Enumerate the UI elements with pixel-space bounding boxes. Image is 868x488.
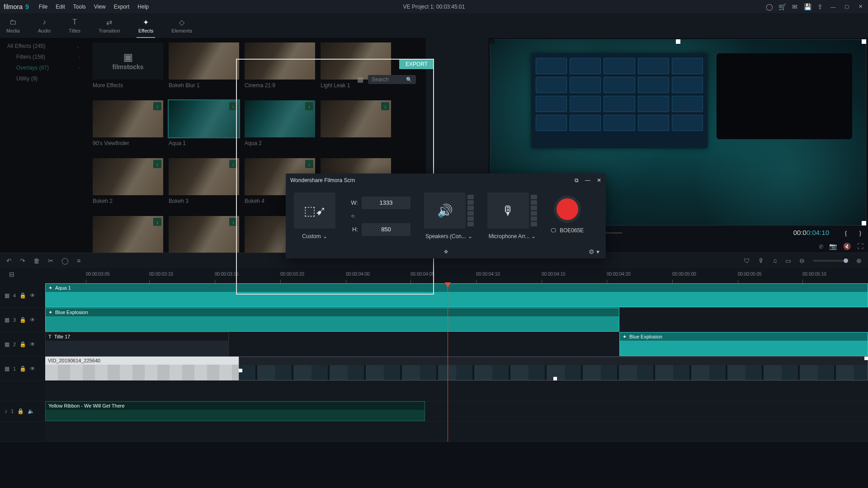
module-audio[interactable]: ♪Audio [35,16,53,35]
delete-button[interactable]: 🗑 [33,257,40,264]
menu-help[interactable]: Help [137,4,149,10]
mark-in-button[interactable]: { [842,230,850,236]
settings-icon[interactable]: ⚙ ▾ [589,248,599,255]
snapshot-icon[interactable]: 📷 [829,243,837,250]
capture-mode-dropdown[interactable]: Custom⌄ [302,233,327,239]
lock-icon[interactable]: 🔒 [19,366,26,372]
effect-card[interactable]: ↓Bokeh 3 [169,158,239,211]
effect-card[interactable]: ↓Bokeh 2 [93,158,163,211]
effect-card[interactable]: ↓ [169,216,239,253]
eye-icon[interactable]: ▦ [5,341,9,347]
undo-button[interactable]: ↶ [6,257,12,264]
mute-icon[interactable]: 🔇 [843,243,851,250]
mixer-icon[interactable]: ♫ [773,257,778,264]
eye-icon[interactable]: ▦ [5,292,9,299]
clip-audio[interactable]: Yellow Ribbon - We Will Get There [45,401,425,421]
download-icon[interactable]: ↓ [305,102,313,110]
track-body[interactable]: ✦Aqua 1 [45,283,868,307]
effect-card[interactable]: ↓Aqua 2 [245,100,315,154]
shield-icon[interactable]: 🛡 [744,257,750,264]
module-transition[interactable]: ⇄Transition [96,16,123,35]
menu-edit[interactable]: Edit [56,4,65,10]
height-input[interactable] [362,223,410,236]
visibility-icon[interactable]: 👁 [30,341,35,347]
effect-card[interactable]: ↓ [321,100,391,154]
split-button[interactable]: ✂ [48,257,53,264]
playhead[interactable] [448,283,448,442]
download-icon[interactable]: ↓ [381,102,389,110]
lock-icon[interactable]: 🔒 [17,408,24,414]
menu-view[interactable]: View [94,4,106,10]
mute-icon[interactable]: 🔈 [28,408,34,414]
render-icon[interactable]: ⎚ [819,243,823,250]
track-body[interactable]: ✦Blue Explosion [45,308,868,332]
capture-region-icon[interactable]: ⬚➹ [294,192,335,229]
microphone-icon[interactable]: 🎙 [487,192,529,229]
eye-icon[interactable]: ▦ [5,366,9,372]
side-overlays[interactable]: Overlays (87)› [1,62,86,73]
note-icon[interactable]: ♪ [5,408,7,414]
eye-icon[interactable]: ▦ [5,317,9,323]
track-body[interactable]: TTitle 17 ✦Blue Explosion [45,332,868,356]
visibility-icon[interactable]: 👁 [30,366,35,372]
side-utility[interactable]: Utility (9) [1,73,86,84]
clip-aqua1[interactable]: ✦Aqua 1 [45,283,868,307]
search-input[interactable] [372,76,403,83]
effect-card[interactable]: Light Leak 1 [321,42,391,96]
clip-blue-explosion-2[interactable]: ✦Blue Explosion [619,332,868,356]
search-box[interactable]: 🔍 [368,75,416,84]
clip-vid-main[interactable] [239,357,868,380]
clip-title17[interactable]: TTitle 17 [45,332,229,356]
visibility-icon[interactable]: 👁 [30,317,35,323]
download-icon[interactable]: ↓ [153,160,161,168]
move-handle-icon[interactable]: ✥ [441,247,451,257]
speakers-dropdown[interactable]: Speakers (Con...⌄ [425,233,472,239]
download-icon[interactable]: ↓ [229,218,237,226]
effect-card[interactable]: ↓90's Viewfinder [93,100,163,154]
display-device[interactable]: 🖵 BOE065E [551,227,584,234]
download-icon[interactable]: ↓ [153,102,161,110]
timeline-options-icon[interactable]: ⊟ [9,271,14,278]
maximize-icon[interactable]: ▢ [843,3,851,11]
restore-icon[interactable]: ⧉ [575,177,579,183]
voiceover-icon[interactable]: 🎙 [758,257,764,264]
side-filters[interactable]: Filters (158)› [1,52,86,62]
link-dimensions-icon[interactable]: ⟲ [349,214,410,219]
resize-handle[interactable] [862,39,866,44]
cart-icon[interactable]: 🛒 [778,3,786,10]
side-all-effects[interactable]: All Effects (245)⌄ [1,41,86,52]
marker-button[interactable]: ◯ [61,257,69,264]
download-icon[interactable]: ↓ [153,218,161,226]
speaker-icon[interactable]: 🔊 [424,192,466,229]
record-button[interactable] [557,198,578,220]
upload-icon[interactable]: ⇪ [816,3,824,10]
module-titles[interactable]: TTitles [66,16,83,35]
zoom-slider[interactable] [813,260,848,262]
resize-handle[interactable] [862,221,866,225]
download-icon[interactable]: ↓ [229,102,237,110]
clip-vid-light[interactable]: VID_20190614_225640 [45,357,239,380]
search-icon[interactable]: 🔍 [406,77,412,83]
effect-card[interactable]: Cinema 21:9 [245,42,315,96]
clip-blue-explosion[interactable]: ✦Blue Explosion [45,308,619,332]
resize-handle[interactable] [676,39,680,44]
menu-export[interactable]: Export [114,4,130,10]
account-icon[interactable]: ◯ [766,3,773,10]
close-icon[interactable]: ✕ [856,3,864,11]
effect-card[interactable]: Bokeh Blur 1 [169,42,239,96]
trim-handle[interactable] [239,369,242,372]
track-body[interactable] [45,422,868,441]
lock-icon[interactable]: 🔒 [19,341,26,347]
effect-card[interactable]: ▣filmstocksMore Effects [93,42,163,96]
save-icon[interactable]: 💾 [804,3,811,10]
visibility-icon[interactable]: 👁 [30,292,35,299]
render-preview-icon[interactable]: ▭ [785,257,791,264]
mark-out-button[interactable]: } [856,230,864,236]
message-icon[interactable]: ✉ [791,3,798,10]
minimize-icon[interactable]: — [829,3,837,11]
track-body[interactable] [45,381,868,401]
track-body[interactable]: VID_20190614_225640 [45,357,868,380]
minimize-icon[interactable]: — [585,177,590,183]
trim-handle[interactable] [553,377,557,380]
track-body[interactable]: Yellow Ribbon - We Will Get There [45,401,868,421]
